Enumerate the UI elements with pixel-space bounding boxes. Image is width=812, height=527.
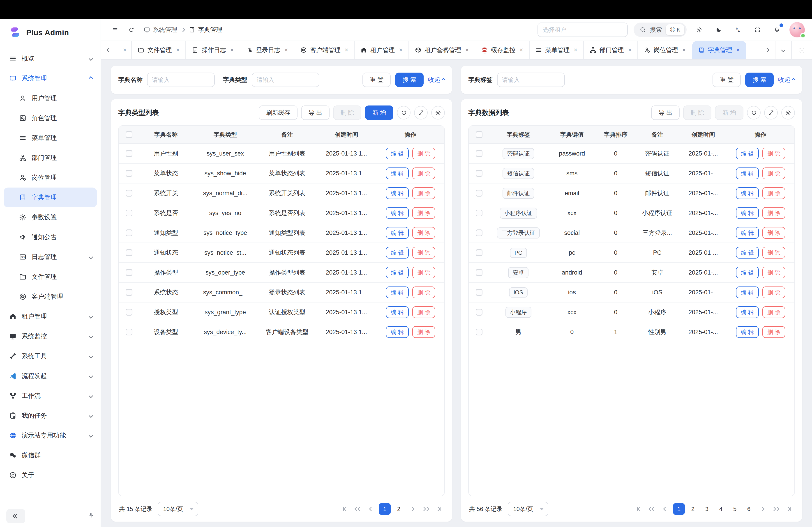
delete-button[interactable]: 删 除 <box>412 267 435 278</box>
sidebar-item-演示站专用功能[interactable]: 演示站专用功能 <box>4 425 97 446</box>
collapse-filters-link[interactable]: 收起 <box>778 76 795 84</box>
pagination-next[interactable] <box>757 503 768 514</box>
pagination-page-1[interactable]: 1 <box>379 503 391 515</box>
pagination-page-6[interactable]: 6 <box>743 503 755 515</box>
search-button[interactable]: 搜 索 <box>745 73 774 87</box>
refresh-page-button[interactable] <box>125 23 138 36</box>
sidebar-toggle-button[interactable] <box>108 23 122 36</box>
notifications-bell-icon[interactable] <box>770 23 784 36</box>
settings-gear-icon[interactable] <box>693 23 706 36</box>
reset-button[interactable]: 重 置 <box>362 73 391 87</box>
row-checkbox[interactable] <box>476 190 482 197</box>
toolbar-button-导出[interactable]: 导 出 <box>301 105 330 120</box>
table-settings-button[interactable] <box>781 106 795 119</box>
pagination-last[interactable] <box>433 503 444 514</box>
sidebar-item-我的任务[interactable]: 我的任务 <box>4 406 97 425</box>
edit-button[interactable]: 编 辑 <box>736 167 759 179</box>
page-size-select[interactable]: 10条/页 <box>508 502 548 516</box>
edit-button[interactable]: 编 辑 <box>386 286 409 298</box>
expand-table-button[interactable] <box>764 106 778 119</box>
edit-button[interactable]: 编 辑 <box>736 326 759 338</box>
row-checkbox[interactable] <box>476 309 482 316</box>
pagination-jump-next[interactable] <box>770 503 781 514</box>
edit-button[interactable]: 编 辑 <box>736 207 759 219</box>
sidebar-item-参数设置[interactable]: 参数设置 <box>4 207 97 227</box>
sidebar-item-租户管理[interactable]: 租户管理 <box>4 306 97 326</box>
close-icon[interactable]: × <box>176 47 179 53</box>
table-settings-button[interactable] <box>431 106 445 119</box>
filter-input[interactable] <box>497 73 565 87</box>
edit-button[interactable]: 编 辑 <box>386 267 409 278</box>
search-button[interactable]: 搜 索 <box>395 73 424 87</box>
delete-button[interactable]: 删 除 <box>763 167 785 179</box>
toolbar-button-刷新缓存[interactable]: 刷新缓存 <box>259 105 298 120</box>
select-all-checkbox[interactable] <box>476 131 482 138</box>
page-size-select[interactable]: 10条/页 <box>158 502 198 516</box>
sidebar-item-流程发起[interactable]: 流程发起 <box>4 366 97 386</box>
sidebar-item-用户管理[interactable]: 用户管理 <box>4 88 97 108</box>
edit-button[interactable]: 编 辑 <box>386 227 409 239</box>
row-checkbox[interactable] <box>476 289 482 296</box>
delete-button[interactable]: 删 除 <box>412 247 435 258</box>
close-icon[interactable]: × <box>737 47 740 53</box>
refresh-table-button[interactable] <box>397 106 410 119</box>
filter-input[interactable] <box>252 73 319 87</box>
pagination-next[interactable] <box>407 503 418 514</box>
tab-字典管理[interactable]: 字典管理× <box>692 41 746 59</box>
pagination-jump-next[interactable] <box>420 503 431 514</box>
sidebar-item-菜单管理[interactable]: 菜单管理 <box>4 128 97 148</box>
row-checkbox[interactable] <box>126 249 132 256</box>
toolbar-button-导出[interactable]: 导 出 <box>651 105 680 120</box>
row-checkbox[interactable] <box>126 150 132 157</box>
edit-button[interactable]: 编 辑 <box>386 207 409 219</box>
refresh-table-button[interactable] <box>747 106 760 119</box>
sidebar-item-系统工具[interactable]: 系统工具 <box>4 346 97 366</box>
delete-button[interactable]: 删 除 <box>412 306 435 318</box>
fullscreen-icon[interactable] <box>751 23 764 36</box>
edit-button[interactable]: 编 辑 <box>386 187 409 199</box>
pagination-first[interactable] <box>340 503 350 514</box>
sidebar-item-部门管理[interactable]: 部门管理 <box>4 148 97 168</box>
row-checkbox[interactable] <box>126 170 132 177</box>
close-icon[interactable]: × <box>682 47 686 53</box>
pagination-page-2[interactable]: 2 <box>687 503 699 515</box>
tab-文件管理[interactable]: 文件管理× <box>132 41 186 59</box>
delete-button[interactable]: 删 除 <box>763 247 785 258</box>
tab-岗位管理[interactable]: 岗位管理× <box>638 41 692 59</box>
row-checkbox[interactable] <box>126 190 132 197</box>
row-checkbox[interactable] <box>476 229 482 236</box>
delete-button[interactable]: 删 除 <box>763 187 785 199</box>
language-translate-icon[interactable]: 文A <box>731 23 745 36</box>
sidebar-collapse-button[interactable] <box>6 509 25 523</box>
row-checkbox[interactable] <box>476 210 482 216</box>
delete-button[interactable]: 删 除 <box>412 207 435 219</box>
edit-button[interactable]: 编 辑 <box>386 148 409 160</box>
global-search-button[interactable]: 搜索 ⌘ K <box>634 22 686 37</box>
row-checkbox[interactable] <box>476 150 482 157</box>
dark-mode-moon-icon[interactable] <box>712 23 725 36</box>
collapse-filters-link[interactable]: 收起 <box>428 76 445 84</box>
close-icon[interactable]: × <box>465 47 469 53</box>
delete-button[interactable]: 删 除 <box>412 227 435 239</box>
sidebar-item-角色管理[interactable]: 角色管理 <box>4 108 97 128</box>
edit-button[interactable]: 编 辑 <box>736 187 759 199</box>
pagination-page-1[interactable]: 1 <box>673 503 685 515</box>
pagination-page-5[interactable]: 5 <box>729 503 741 515</box>
edit-button[interactable]: 编 辑 <box>386 306 409 318</box>
edit-button[interactable]: 编 辑 <box>736 286 759 298</box>
row-checkbox[interactable] <box>476 249 482 256</box>
pagination-page-4[interactable]: 4 <box>715 503 727 515</box>
row-checkbox[interactable] <box>476 329 482 335</box>
row-checkbox[interactable] <box>126 309 132 316</box>
sidebar-item-微信群[interactable]: 微信群 <box>4 446 97 465</box>
delete-button[interactable]: 删 除 <box>412 167 435 179</box>
edit-button[interactable]: 编 辑 <box>736 227 759 239</box>
edit-button[interactable]: 编 辑 <box>386 167 409 179</box>
row-checkbox[interactable] <box>126 329 132 335</box>
close-icon[interactable]: × <box>520 47 523 53</box>
close-icon[interactable]: × <box>345 47 348 53</box>
close-icon[interactable]: × <box>123 47 127 53</box>
tabs-scroll-right-button[interactable] <box>759 41 775 59</box>
edit-button[interactable]: 编 辑 <box>386 247 409 258</box>
tabs-dropdown-button[interactable] <box>775 41 791 59</box>
